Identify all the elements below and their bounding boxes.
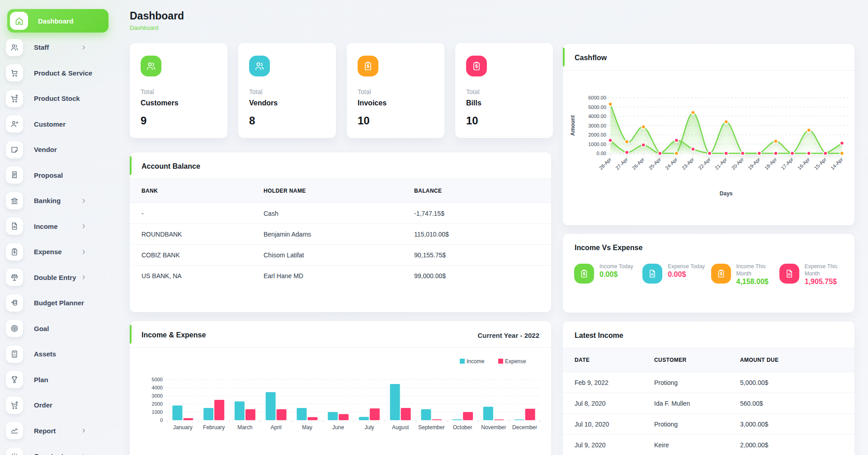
svg-text:September: September — [418, 424, 445, 431]
sidebar-item-label: Income — [34, 223, 58, 230]
user-plus-icon — [6, 115, 23, 133]
table-cell: - — [130, 203, 264, 224]
sidebar-item-constant[interactable]: Constant — [0, 444, 118, 455]
mini-stat-expense-this-month: Expense This Month1,905.75$ — [779, 263, 848, 286]
sidebar-item-order[interactable]: Order — [0, 393, 118, 418]
table-cell: Jul 8, 2020 — [563, 393, 654, 414]
file-icon — [642, 264, 662, 284]
sidebar-item-double-entry[interactable]: Double Entry — [0, 265, 118, 290]
svg-text:3000.00: 3000.00 — [588, 123, 606, 128]
column-header: AMOUNT DUE — [740, 348, 854, 372]
sidebar-item-budget-planner[interactable]: Budget Planner — [0, 290, 118, 316]
sidebar-item-income[interactable]: Income — [0, 213, 118, 239]
stat-card-value: 10 — [466, 114, 478, 127]
clipboard-dollar-icon — [6, 243, 23, 261]
sidebar-item-product-service[interactable]: Product & Service — [0, 60, 118, 86]
svg-text:19-Apr: 19-Apr — [747, 156, 761, 171]
sidebar-item-vendor[interactable]: Vendor — [0, 137, 118, 163]
latest-income-panel: Latest Income DATECUSTOMERAMOUNT DUEFeb … — [563, 322, 854, 455]
sidebar-item-label: Vendor — [34, 146, 57, 153]
svg-text:26-Apr: 26-Apr — [631, 156, 646, 171]
account-balance-table: BANKHOLDER NAMEBALANCE-Cash-1,747.15$ROU… — [130, 179, 551, 286]
stat-total-label: Total — [141, 88, 154, 95]
svg-text:July: July — [364, 424, 374, 431]
svg-text:23-Apr: 23-Apr — [681, 156, 695, 171]
coins-dollar-icon — [6, 294, 23, 312]
stat-card-invoices[interactable]: TotalInvoices10 — [347, 43, 444, 138]
calculator-icon — [6, 346, 23, 363]
svg-text:5000.00: 5000.00 — [588, 104, 606, 110]
svg-text:24-Apr: 24-Apr — [664, 156, 679, 171]
income-expense-chart[interactable]: IncomeExpense010002000300040005000Januar… — [130, 348, 551, 455]
column-header: BANK — [130, 179, 264, 203]
stat-card-customers[interactable]: TotalCustomers9 — [130, 43, 227, 138]
cashflow-panel: Cashflow 0.001000.002000.003000.004000.0… — [563, 44, 854, 225]
chevron-right-icon — [80, 249, 87, 255]
stat-card-value: 8 — [249, 114, 255, 127]
svg-text:17-Apr: 17-Apr — [780, 156, 794, 171]
sidebar-item-expense[interactable]: Expense — [0, 239, 118, 265]
account-balance-panel: Account Balance BANKHOLDER NAMEBALANCE-C… — [130, 152, 551, 312]
latest-income-title: Latest Income — [575, 332, 623, 340]
sidebar-item-label: Dashboard — [38, 17, 73, 25]
table-cell: Feb 9, 2022 — [563, 372, 654, 393]
bank-icon — [6, 192, 23, 209]
column-header: CUSTOMER — [654, 348, 740, 372]
chevron-right-icon — [80, 274, 87, 280]
sidebar-item-plan[interactable]: Plan — [0, 367, 118, 393]
table-cell: COBIZ BANK — [130, 245, 264, 265]
cart-plus-icon — [6, 397, 23, 414]
sidebar-item-label: Assets — [34, 350, 56, 358]
svg-text:November: November — [481, 424, 506, 431]
sidebar-item-customer[interactable]: Customer — [0, 111, 118, 137]
sidebar-item-product-stock[interactable]: Product Stock — [0, 86, 118, 112]
mini-stat-label: Expense Today — [668, 263, 705, 270]
users-icon — [249, 56, 270, 76]
breadcrumb[interactable]: Dashboard — [130, 24, 159, 31]
sidebar-item-proposal[interactable]: Proposal — [0, 162, 118, 188]
sidebar-item-label: Product Stock — [34, 95, 80, 102]
svg-text:6000.00: 6000.00 — [588, 95, 606, 100]
sidebar-item-label: Budget Planner — [34, 299, 84, 307]
svg-text:January: January — [173, 424, 193, 431]
svg-text:14-Apr: 14-Apr — [830, 156, 844, 171]
income-expense-title: Income & Expense — [142, 331, 206, 339]
svg-text:16-Apr: 16-Apr — [797, 156, 811, 171]
sidebar-item-report[interactable]: Report — [0, 418, 118, 444]
table-cell: 5,000.00$ — [740, 372, 854, 393]
sidebar-item-staff[interactable]: Staff — [0, 35, 118, 61]
table-cell: Chisom Latifat — [264, 245, 414, 265]
stat-total-label: Total — [466, 88, 480, 95]
table-cell: Ida F. Mullen — [654, 393, 740, 414]
stat-card-label: Customers — [141, 99, 179, 107]
chevron-right-icon — [80, 223, 87, 229]
cart-plus-icon — [6, 90, 23, 107]
sidebar-item-dashboard[interactable]: Dashboard — [7, 9, 108, 33]
stat-card-label: Bills — [466, 99, 481, 107]
sidebar: Dashboard StaffProduct & ServiceProduct … — [0, 0, 118, 455]
stat-card-bills[interactable]: TotalBills10 — [455, 43, 553, 138]
sidebar-item-label: Double Entry — [34, 274, 76, 281]
sidebar-item-banking[interactable]: Banking — [0, 188, 118, 214]
svg-text:Days: Days — [720, 190, 733, 197]
svg-text:March: March — [237, 424, 252, 431]
chevron-right-icon — [80, 427, 87, 434]
trophy-icon — [6, 371, 23, 388]
svg-text:5000: 5000 — [152, 377, 163, 382]
svg-text:June: June — [332, 424, 344, 431]
sidebar-item-label: Banking — [34, 197, 61, 204]
table-cell: Protiong — [654, 414, 740, 435]
scales-icon — [6, 269, 23, 286]
clipboard-dollar-icon — [466, 56, 487, 76]
sidebar-item-goal[interactable]: Goal — [0, 316, 118, 341]
sidebar-item-label: Customer — [34, 120, 66, 128]
cashflow-chart[interactable]: 0.001000.002000.003000.004000.005000.006… — [563, 71, 854, 219]
stat-card-vendors[interactable]: TotalVendors8 — [238, 43, 336, 138]
sidebar-item-label: Plan — [34, 376, 48, 384]
table-cell: 99,000.00$ — [414, 265, 551, 286]
table-cell: US BANK, NA — [130, 265, 264, 286]
sidebar-item-assets[interactable]: Assets — [0, 341, 118, 367]
table-cell: 90,155.75$ — [414, 245, 551, 265]
table-cell: Protiong — [654, 372, 740, 393]
mini-stat-value: 0.00$ — [668, 270, 705, 279]
